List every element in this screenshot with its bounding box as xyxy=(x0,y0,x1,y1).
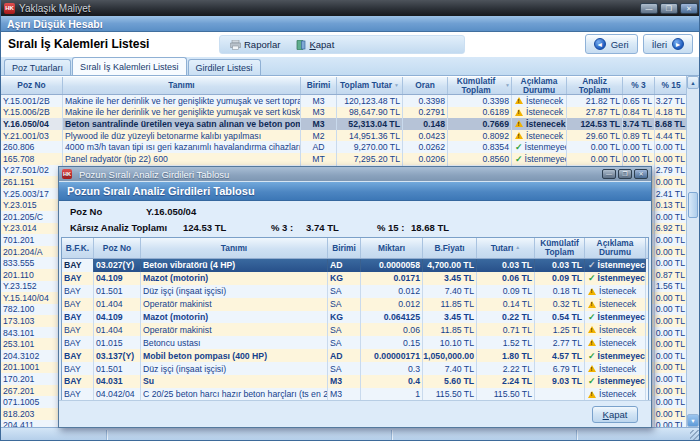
cell: 2.79 TL xyxy=(655,165,688,177)
cell xyxy=(535,388,585,401)
resize-grip[interactable] xyxy=(690,430,700,440)
table-row[interactable]: BAY01.015Betoncu ustasıSA0.1510.10 TL1.5… xyxy=(62,336,648,349)
cell: 0.71 TL xyxy=(477,323,535,336)
column-header-8[interactable]: Kümülatif Toplam xyxy=(535,238,585,258)
scroll-up-icon[interactable]: ▲ xyxy=(687,76,699,89)
status-bar xyxy=(1,427,700,441)
column-header-7[interactable]: Tutarı▲ xyxy=(477,238,535,258)
column-header-5[interactable]: Miktarı xyxy=(361,238,423,258)
vertical-scrollbar[interactable]: ▲ ▼ xyxy=(686,76,699,427)
cell: 01.015 xyxy=(94,336,141,349)
check-icon: ✓ xyxy=(588,351,596,361)
scroll-down-icon[interactable]: ▼ xyxy=(687,414,699,427)
dialog-close-icon[interactable]: ✕ xyxy=(634,169,648,179)
tab-1[interactable]: Poz Tutarları xyxy=(4,59,71,75)
geri-button[interactable]: ◄ Geri xyxy=(585,34,638,54)
tab-2[interactable]: Sıralı İş Kalemleri Listesi xyxy=(72,57,187,75)
column-header-1[interactable]: B.F.K. xyxy=(62,238,94,258)
table-row[interactable]: BAY01.404Operatör makinistSA0.0611.85 TL… xyxy=(62,323,648,336)
table-row[interactable]: BAY01.501Düz işçi (inşaat işçisi)SA0.37.… xyxy=(62,362,648,375)
cell: BAY xyxy=(62,323,94,336)
cell: 204.411 xyxy=(1,420,63,427)
dialog-minimize-icon[interactable]: — xyxy=(602,169,616,179)
table-row[interactable]: BAY01.404Operatör makinistSA0.01211.85 T… xyxy=(62,298,648,311)
cell: M3 xyxy=(301,95,337,107)
app-icon: HK xyxy=(4,3,15,14)
dialog-table: B.F.K.Poz NoTanımıBirimiMiktarıB.FiyatıT… xyxy=(61,237,649,402)
cell: 2.24 TL xyxy=(477,375,535,388)
ileri-button[interactable]: İleri ► xyxy=(643,34,693,54)
cell: 1.25 TL xyxy=(535,323,585,336)
column-header-6[interactable]: B.Fiyatı xyxy=(423,238,477,258)
warning-icon xyxy=(588,339,596,346)
table-row[interactable]: BAY04.109Mazot (motorin)KG0.0641253.45 T… xyxy=(62,311,648,324)
dialog-kapat-button[interactable]: Kapat xyxy=(592,406,638,423)
cell: Makine ile her derinlik ve her genişlikt… xyxy=(63,107,301,119)
scrollbar-thumb[interactable] xyxy=(688,192,698,218)
column-header-1[interactable]: Poz No xyxy=(1,77,63,94)
table-row[interactable]: BAY03.137(Y)Mobil beton pompası (400 HP)… xyxy=(62,349,648,362)
table-row[interactable]: BAY04.031SuM30.45.60 TL2.24 TL9.03 TL✓İs… xyxy=(62,375,648,388)
warning-icon xyxy=(515,97,523,104)
column-header-5[interactable]: Oran xyxy=(403,77,448,94)
cell: 0.8354 xyxy=(448,141,512,153)
dialog-table-body: BAY03.027(Y)Beton vibratörü (4 HP)AD0.00… xyxy=(62,259,648,401)
cell: 0.6189 xyxy=(448,107,512,119)
table-row[interactable]: BAY03.027(Y)Beton vibratörü (4 HP)AD0.00… xyxy=(62,259,648,272)
forward-arrow-icon: ► xyxy=(672,38,684,50)
cell: 21.82 TL xyxy=(567,95,623,107)
cell: Y.15.140/04 xyxy=(1,292,63,304)
cell: 0.7669 xyxy=(448,118,512,130)
column-header-3[interactable]: Tanımı xyxy=(141,238,328,258)
column-header-10[interactable]: % 15 xyxy=(655,77,688,94)
column-header-2[interactable]: Poz No xyxy=(94,238,141,258)
column-header-4[interactable]: Toplam Tutar▼ xyxy=(337,77,403,94)
cell: MT xyxy=(301,153,337,165)
table-row[interactable]: 260.8064000 m3/h tavan tipi ısı geri kaz… xyxy=(1,141,688,153)
table-row[interactable]: 165.708Panel radyatör (tip 22) 600MT7,29… xyxy=(1,153,688,165)
table-row[interactable]: Y.15.001/2BMakine ile her derinlik ve he… xyxy=(1,95,688,107)
cell: Y.25.003/17 xyxy=(1,188,63,200)
cell: 01.404 xyxy=(94,298,141,311)
close-icon[interactable]: ✕ xyxy=(680,3,698,14)
status-separator xyxy=(106,430,107,440)
table-row[interactable]: BAY04.109Mazot (motorin)KG0.01713.45 TL0… xyxy=(62,272,648,285)
cell: 201.1001 xyxy=(1,362,63,374)
warning-icon xyxy=(515,120,523,127)
cell: BAY xyxy=(62,362,94,375)
cell: Panel radyatör (tip 22) 600 xyxy=(63,153,301,165)
dialog-banner: Pozun Sıralı Analiz Girdileri Tablosu xyxy=(59,181,651,201)
cell: 0.3398 xyxy=(403,95,448,107)
maximize-icon[interactable]: ❒ xyxy=(660,3,678,14)
table-row[interactable]: Y.16.050/04Beton santralinde üretilen ve… xyxy=(1,118,688,130)
column-header-4[interactable]: Birimi xyxy=(328,238,361,258)
column-header-7[interactable]: Açıklama Durumu xyxy=(512,77,567,94)
column-header-9[interactable]: % 3 xyxy=(623,77,655,94)
raporlar-button[interactable]: Raporlar xyxy=(230,39,280,50)
column-header-6[interactable]: Kümülatif Toplam▼ xyxy=(448,77,512,94)
sort-icon: ▲ xyxy=(515,245,520,250)
cell: 782.100 xyxy=(1,304,63,316)
dialog-maximize-icon[interactable]: ❒ xyxy=(618,169,632,179)
cell: 0.0000058 xyxy=(361,259,423,272)
cell: Y.15.006/2B xyxy=(1,107,63,119)
kapat-button[interactable]: Kapat xyxy=(296,39,334,50)
cell: 04.042/04 xyxy=(94,388,141,401)
window-titlebar: HK Yaklaşık Maliyet — ❒ ✕ xyxy=(1,0,700,16)
table-row[interactable]: BAY01.501Düz işçi (inşaat işçisi)SA0.012… xyxy=(62,285,648,298)
cell: 253.101 xyxy=(1,338,63,350)
cell: 0.00 TL xyxy=(623,141,655,153)
column-header-9[interactable]: Açıklama Durumu xyxy=(585,238,646,258)
column-header-2[interactable]: Tanımı xyxy=(63,77,301,94)
table-row[interactable]: Y.15.006/2BMakine ile her derinlik ve he… xyxy=(1,107,688,119)
minimize-icon[interactable]: — xyxy=(640,3,658,14)
table-row[interactable]: BAY04.042/04C 20/25 beton harcı hazır be… xyxy=(62,388,648,401)
column-header-8[interactable]: Analiz Toplamı xyxy=(567,77,623,94)
column-header-3[interactable]: Birimi xyxy=(301,77,337,94)
tab-3[interactable]: Girdiler Listesi xyxy=(188,59,261,75)
table-row[interactable]: Y.21.001/03Plywood ile düz yüzeyli beton… xyxy=(1,130,688,142)
cell: Y.23.014 xyxy=(1,223,63,235)
cell: Plywood ile düz yüzeyli betonarme kalıbı… xyxy=(63,130,301,142)
cell: 701.201 xyxy=(1,234,63,246)
cell: İstenecek xyxy=(585,323,646,336)
